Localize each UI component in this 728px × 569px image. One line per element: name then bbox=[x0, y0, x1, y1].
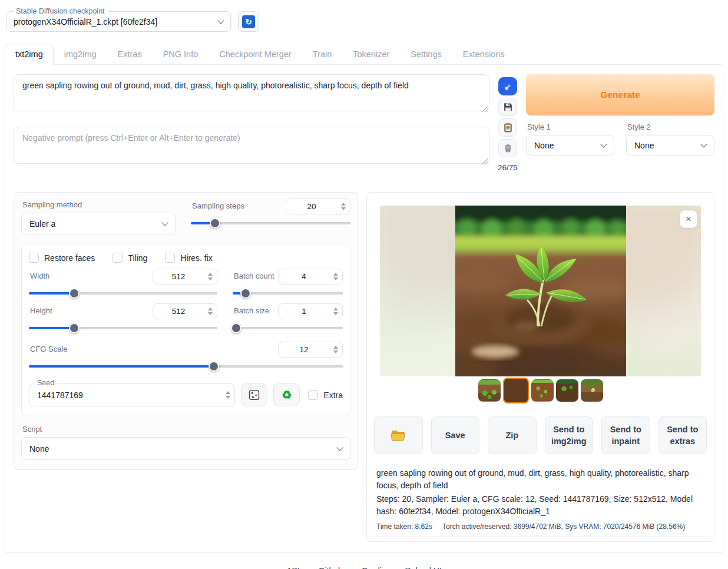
slider-thumb[interactable] bbox=[209, 361, 219, 372]
cfg-scale-slider[interactable] bbox=[29, 361, 343, 372]
stepper-arrows[interactable] bbox=[337, 203, 350, 210]
sampling-steps-slider[interactable] bbox=[191, 218, 350, 229]
sampling-row: Sampling method Euler a Sampling steps 2… bbox=[21, 199, 350, 234]
stepper-arrows[interactable] bbox=[329, 273, 342, 280]
thumbnail-2-selected[interactable] bbox=[503, 378, 529, 403]
open-folder-button[interactable] bbox=[374, 416, 423, 454]
paste-generation-params-button[interactable]: ↙ bbox=[498, 77, 517, 95]
style1-field: Style 1 None bbox=[526, 121, 614, 156]
prompt-tools: ↙ 26/75 bbox=[498, 74, 518, 172]
checkbox-icon bbox=[29, 253, 39, 263]
token-counter: 26/75 bbox=[498, 163, 518, 172]
tab-extensions[interactable]: Extensions bbox=[452, 44, 515, 65]
batch-count-input[interactable]: 4 bbox=[278, 269, 343, 284]
thumbnail-3[interactable] bbox=[531, 379, 554, 402]
save-button[interactable]: Save bbox=[431, 416, 480, 454]
divider bbox=[376, 537, 704, 541]
sampling-method-dropdown[interactable]: Euler a bbox=[21, 213, 176, 234]
thumbnail-5[interactable] bbox=[581, 379, 603, 402]
generate-column: Generate Style 1 None Style 2 None bbox=[526, 74, 714, 172]
negative-prompt-input[interactable] bbox=[14, 127, 489, 164]
batch-size-slider[interactable] bbox=[233, 323, 343, 333]
slider-thumb[interactable] bbox=[210, 218, 220, 229]
tab-txt2img[interactable]: txt2img bbox=[5, 44, 54, 65]
footer-link-gradio[interactable]: Gradio bbox=[362, 566, 386, 569]
width-input[interactable]: 512 bbox=[153, 269, 217, 284]
stepper-arrows[interactable] bbox=[204, 307, 217, 315]
footer-link-reload-ui[interactable]: Reload UI bbox=[405, 566, 442, 569]
height-input[interactable]: 512 bbox=[153, 303, 217, 319]
footer-links: API • Github • Gradio • Reload UI bbox=[5, 566, 723, 569]
script-label: Script bbox=[22, 425, 350, 434]
gallery-next-blur[interactable] bbox=[623, 206, 701, 376]
close-gallery-button[interactable]: × bbox=[680, 210, 697, 228]
send-to-extras-button[interactable]: Send to extras bbox=[658, 416, 707, 454]
refresh-icon: ↻ bbox=[242, 15, 255, 28]
script-dropdown[interactable]: None bbox=[21, 437, 350, 460]
restore-faces-checkbox[interactable]: Restore faces bbox=[29, 253, 95, 263]
sampling-steps-input[interactable]: 20 bbox=[286, 199, 350, 214]
style1-dropdown[interactable]: None bbox=[526, 135, 614, 156]
send-to-img2img-button[interactable]: Send to img2img bbox=[545, 416, 594, 454]
width-field: Width 512 bbox=[29, 269, 217, 299]
slider-thumb[interactable] bbox=[69, 323, 80, 333]
sampling-method-value: Euler a bbox=[29, 219, 163, 229]
clear-prompt-button[interactable] bbox=[498, 139, 517, 157]
tab-tokenizer[interactable]: Tokenizer bbox=[342, 44, 400, 65]
tab-checkpoint-merger[interactable]: Checkpoint Merger bbox=[209, 44, 302, 65]
style2-label: Style 2 bbox=[627, 123, 714, 131]
cfg-scale-label: CFG Scale bbox=[30, 345, 68, 353]
seed-field: Seed 1441787169 bbox=[29, 383, 235, 406]
footer-link-github[interactable]: Github bbox=[319, 566, 343, 569]
slider-thumb[interactable] bbox=[240, 288, 251, 299]
stepper-arrows[interactable] bbox=[329, 346, 342, 353]
batch-count-slider[interactable] bbox=[233, 288, 343, 299]
batch-size-label: Batch size bbox=[234, 306, 269, 315]
info-time-taken: Time taken: 8.62s bbox=[376, 522, 432, 531]
prompt-column: green sapling rowing out of ground, mud,… bbox=[14, 74, 489, 172]
output-buttons-row: Save Zip Send to img2img Send to inpaint… bbox=[374, 416, 707, 454]
chevron-down-icon bbox=[600, 141, 607, 147]
apply-style-button[interactable] bbox=[498, 118, 517, 137]
folder-icon bbox=[391, 429, 406, 442]
prompt-input[interactable]: green sapling rowing out of ground, mud,… bbox=[14, 74, 489, 111]
style2-value: None bbox=[634, 141, 701, 150]
thumbnail-4[interactable] bbox=[556, 379, 578, 402]
tiling-checkbox[interactable]: Tiling bbox=[112, 253, 147, 263]
width-slider[interactable] bbox=[29, 288, 217, 299]
tab-settings[interactable]: Settings bbox=[400, 44, 452, 65]
negative-prompt-field bbox=[14, 127, 489, 166]
extra-seed-checkbox[interactable]: Extra bbox=[308, 390, 343, 400]
batch-size-input[interactable]: 1 bbox=[278, 303, 343, 319]
cfg-scale-input[interactable]: 12 bbox=[278, 342, 343, 358]
batch-count-field: Batch count 4 bbox=[233, 269, 343, 299]
slider-thumb[interactable] bbox=[231, 323, 241, 333]
height-slider[interactable] bbox=[29, 323, 217, 333]
dice-icon bbox=[249, 389, 260, 401]
slider-thumb[interactable] bbox=[69, 288, 80, 299]
gallery-prev-blur[interactable] bbox=[380, 206, 458, 376]
stepper-arrows[interactable] bbox=[221, 391, 234, 399]
generate-button[interactable]: Generate bbox=[526, 74, 714, 115]
zip-button[interactable]: Zip bbox=[488, 416, 537, 454]
tab-img2img[interactable]: img2img bbox=[54, 44, 107, 65]
footer-link-api[interactable]: API bbox=[286, 566, 300, 569]
thumbnail-1[interactable] bbox=[478, 379, 501, 402]
seed-input[interactable]: 1441787169 bbox=[29, 383, 235, 406]
prompt-field: green sapling rowing out of ground, mud,… bbox=[14, 74, 489, 114]
tab-train[interactable]: Train bbox=[302, 44, 343, 65]
generated-image[interactable] bbox=[455, 206, 626, 376]
style2-dropdown[interactable]: None bbox=[626, 135, 714, 156]
hires-fix-checkbox[interactable]: Hires. fix bbox=[165, 253, 212, 263]
random-seed-button[interactable] bbox=[241, 383, 267, 406]
reuse-seed-button[interactable]: ♻ bbox=[273, 383, 300, 406]
tab-png-info[interactable]: PNG Info bbox=[153, 44, 209, 65]
tab-extras[interactable]: Extras bbox=[107, 44, 153, 65]
stepper-arrows[interactable] bbox=[204, 273, 217, 280]
seed-row: Seed 1441787169 ♻ Extra bbox=[29, 383, 343, 406]
send-to-inpaint-button[interactable]: Send to inpaint bbox=[601, 416, 650, 454]
stepper-arrows[interactable] bbox=[329, 307, 342, 315]
settings-panel: Sampling method Euler a Sampling steps 2… bbox=[14, 192, 358, 470]
refresh-checkpoints-button[interactable]: ↻ bbox=[238, 11, 259, 32]
save-style-button[interactable] bbox=[498, 98, 517, 116]
